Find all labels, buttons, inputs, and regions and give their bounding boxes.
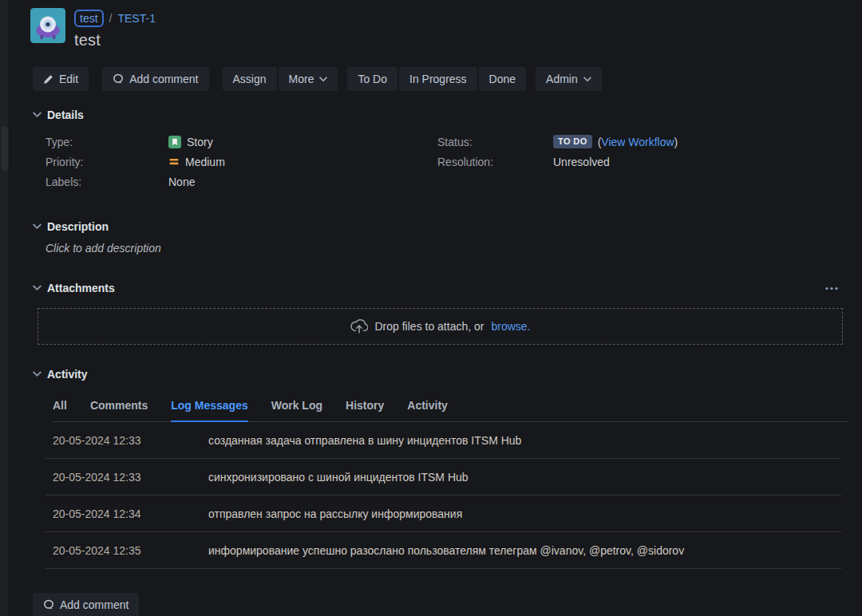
- log-row: 20-05-2024 12:33 синхронизировано с шино…: [45, 459, 841, 496]
- type-label: Type:: [45, 136, 168, 148]
- details-fields: Type: Story Priority:: [45, 132, 843, 192]
- log-row: 20-05-2024 12:35 информирование успешно …: [45, 532, 841, 569]
- resolution-label: Resolution:: [437, 156, 553, 168]
- details-left-column: Type: Story Priority:: [45, 132, 437, 192]
- tab-work-log[interactable]: Work Log: [271, 399, 322, 421]
- add-comment-button[interactable]: Add comment: [102, 67, 208, 91]
- details-heading: Details: [47, 109, 84, 121]
- done-button-label: Done: [489, 73, 516, 85]
- chevron-down-icon: [33, 223, 42, 230]
- resolution-field: Resolution: Unresolved: [437, 152, 843, 172]
- details-section: Details Type: Story Priority:: [33, 109, 843, 192]
- todo-button-label: To Do: [358, 73, 387, 85]
- tab-all[interactable]: All: [53, 399, 67, 421]
- chevron-down-icon: [33, 285, 42, 291]
- issue-view-page: test / TEST-1 test Edit Add comment: [0, 0, 862, 616]
- add-comment-button-label: Add comment: [129, 73, 198, 85]
- breadcrumb-project-link[interactable]: test: [74, 10, 104, 27]
- log-message: информирование успешно разослано пользов…: [208, 544, 684, 557]
- edit-button-label: Edit: [59, 73, 78, 85]
- assign-button-label: Assign: [233, 73, 267, 85]
- view-workflow-link[interactable]: View Workflow: [601, 136, 674, 148]
- pencil-icon: [43, 74, 53, 85]
- description-section-header[interactable]: Description: [33, 220, 843, 233]
- issue-toolbar: Edit Add comment Assign More To Do: [33, 67, 843, 91]
- attachments-section-header[interactable]: Attachments: [33, 282, 843, 294]
- transition-done-button[interactable]: Done: [479, 67, 526, 91]
- type-field: Type: Story: [45, 132, 437, 152]
- log-row: 20-05-2024 12:34 отправлен запрос на рас…: [45, 496, 841, 532]
- dropzone-text: Drop files to attach, or: [375, 320, 484, 333]
- details-right-column: Status: TO DO (View Workflow) Resolution…: [437, 132, 843, 192]
- footer-add-comment-button[interactable]: Add comment: [33, 593, 139, 616]
- log-timestamp: 20-05-2024 12:33: [53, 471, 208, 484]
- chevron-down-icon: [319, 77, 327, 82]
- status-label: Status:: [437, 136, 553, 148]
- transition-in-progress-button[interactable]: In Progress: [399, 67, 477, 91]
- description-heading: Description: [47, 220, 109, 233]
- more-dropdown-button[interactable]: More: [279, 67, 338, 91]
- comment-footer: Add comment: [33, 593, 843, 616]
- status-field: Status: TO DO (View Workflow): [437, 132, 843, 152]
- admin-dropdown-button[interactable]: Admin: [536, 67, 602, 91]
- log-messages-table: 20-05-2024 12:33 созданная задача отправ…: [45, 422, 841, 569]
- log-timestamp: 20-05-2024 12:34: [53, 507, 208, 520]
- log-timestamp: 20-05-2024 12:33: [53, 434, 208, 447]
- log-message: синхронизировано с шиной инцидентов ITSM…: [208, 471, 469, 484]
- resolution-value: Unresolved: [553, 156, 610, 168]
- browse-link[interactable]: browse.: [491, 320, 530, 333]
- footer-add-comment-label: Add comment: [60, 598, 129, 611]
- scrollbar-thumb[interactable]: [2, 126, 8, 171]
- description-section: Description Click to add description: [33, 220, 843, 255]
- ellipsis-more-icon[interactable]: [824, 286, 839, 290]
- type-value: Story: [187, 136, 213, 148]
- breadcrumb: test / TEST-1: [74, 8, 156, 28]
- tab-history[interactable]: History: [346, 399, 384, 421]
- priority-label: Priority:: [45, 156, 168, 168]
- header-text: test / TEST-1 test: [74, 8, 156, 49]
- attachments-dropzone[interactable]: Drop files to attach, or browse.: [38, 308, 843, 345]
- log-message: созданная задача отправлена в шину инцид…: [208, 434, 521, 447]
- assign-button[interactable]: Assign: [223, 67, 277, 91]
- more-button-label: More: [289, 73, 314, 85]
- issue-header: test / TEST-1 test: [30, 8, 843, 49]
- log-timestamp: 20-05-2024 12:35: [53, 544, 208, 557]
- log-message: отправлен запрос на рассылку информирова…: [208, 507, 462, 520]
- priority-value: Medium: [185, 156, 225, 168]
- issue-title: test: [74, 31, 156, 49]
- activity-section-header[interactable]: Activity: [33, 368, 843, 381]
- tab-log-messages[interactable]: Log Messages: [171, 399, 247, 421]
- tab-comments[interactable]: Comments: [90, 399, 148, 421]
- in-progress-button-label: In Progress: [409, 73, 467, 85]
- comment-bubble-icon: [43, 599, 54, 610]
- labels-value: None: [168, 176, 195, 188]
- story-type-icon: [168, 136, 181, 148]
- labels-label: Labels:: [45, 176, 168, 188]
- status-badge: TO DO: [553, 135, 592, 148]
- activity-heading: Activity: [47, 368, 88, 381]
- comment-bubble-icon: [113, 73, 124, 85]
- project-avatar[interactable]: [30, 8, 65, 43]
- edit-button[interactable]: Edit: [33, 67, 89, 91]
- admin-button-label: Admin: [546, 73, 578, 85]
- left-scroll-rail[interactable]: [0, 0, 10, 616]
- priority-field: Priority: Medium: [45, 152, 437, 172]
- attachments-heading: Attachments: [47, 282, 115, 294]
- tab-activity[interactable]: Activity: [407, 399, 448, 421]
- details-section-header[interactable]: Details: [33, 109, 843, 121]
- cloud-upload-icon: [350, 318, 368, 334]
- description-placeholder[interactable]: Click to add description: [45, 242, 843, 255]
- issue-content: test / TEST-1 test Edit Add comment: [10, 0, 862, 616]
- chevron-down-icon: [583, 77, 591, 82]
- log-row: 20-05-2024 12:33 созданная задача отправ…: [45, 422, 841, 459]
- status-workflow: (View Workflow): [598, 136, 678, 148]
- chevron-down-icon: [33, 112, 42, 118]
- transition-todo-button[interactable]: To Do: [347, 67, 397, 91]
- activity-tabs: All Comments Log Messages Work Log Histo…: [53, 399, 848, 422]
- labels-field: Labels: None: [45, 172, 437, 192]
- breadcrumb-issue-link[interactable]: TEST-1: [117, 12, 155, 25]
- attachments-section: Attachments Drop files to attach, or bro…: [33, 282, 843, 345]
- activity-section: Activity All Comments Log Messages Work …: [33, 368, 843, 569]
- priority-medium-icon: [168, 156, 180, 167]
- breadcrumb-separator: /: [109, 12, 113, 25]
